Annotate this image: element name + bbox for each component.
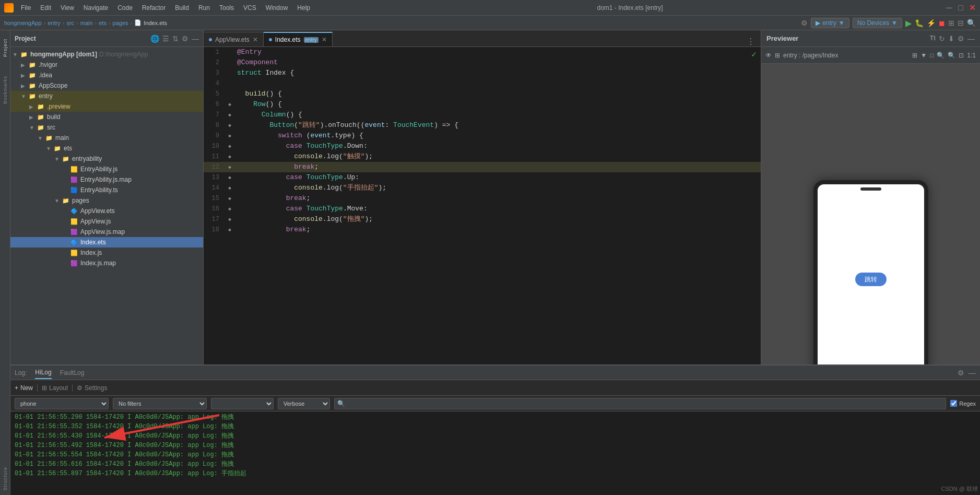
- hide-panel-icon[interactable]: —: [192, 34, 199, 43]
- profile-button[interactable]: ⚡: [927, 19, 936, 27]
- code-line-16: 16 ◆ case TouchType.Move:: [204, 204, 761, 214]
- tab-appview[interactable]: AppView.ets ✕: [204, 32, 264, 46]
- breadcrumb-ets[interactable]: ets: [99, 20, 107, 26]
- index-tab-close[interactable]: ✕: [322, 36, 327, 43]
- previewer-fit-icon[interactable]: ⊡: [959, 52, 964, 59]
- breadcrumb-hongmengApp[interactable]: hongmengApp: [4, 20, 42, 26]
- menu-edit[interactable]: Edit: [36, 3, 55, 13]
- regex-checkbox-container[interactable]: Regex: [950, 400, 976, 407]
- maximize-button[interactable]: □: [957, 4, 964, 11]
- breadcrumb-pages[interactable]: pages: [113, 20, 128, 26]
- index-tab-label: Index.ets: [275, 36, 301, 43]
- device-select[interactable]: phone: [15, 398, 109, 409]
- tree-src[interactable]: ▼ 📁 src: [10, 122, 203, 133]
- menu-view[interactable]: View: [56, 3, 78, 13]
- previewer-zoom-in-icon[interactable]: 🔍: [948, 52, 955, 59]
- menu-tools[interactable]: Tools: [215, 3, 238, 13]
- tree-index-jsmap[interactable]: 🟪 Index.js.map: [10, 258, 203, 268]
- previewer-settings-icon[interactable]: ⚙: [958, 34, 964, 43]
- hilog-tab[interactable]: HiLog: [35, 367, 51, 379]
- log-search-input[interactable]: [334, 398, 946, 409]
- bottom-hide-icon[interactable]: —: [969, 369, 976, 377]
- project-icon[interactable]: Project: [2, 32, 9, 64]
- tree-index-js[interactable]: 🟨 Index.js: [10, 248, 203, 258]
- tree-preview[interactable]: ▶ 📁 .preview: [10, 101, 203, 112]
- tree-index-ets[interactable]: 🔷 Index.ets: [10, 237, 203, 248]
- previewer-layers-icon[interactable]: ⊞: [775, 52, 780, 59]
- previewer-phone-icon[interactable]: □: [930, 52, 934, 59]
- tab-overflow-icon[interactable]: ⋮: [745, 37, 757, 46]
- structure-label-tab[interactable]: Structure: [3, 467, 8, 495]
- tree-entryability-js[interactable]: 🟨 EntryAbility.js: [10, 164, 203, 174]
- menu-refactor[interactable]: Refactor: [138, 3, 170, 13]
- appview-tab-close[interactable]: ✕: [253, 36, 258, 43]
- layout-button[interactable]: ⊞ Layout: [42, 384, 68, 392]
- verbose-select[interactable]: Verbose: [278, 398, 330, 409]
- no-devices-dropdown[interactable]: No Devices ▼: [853, 18, 902, 28]
- run-button[interactable]: ▶: [905, 18, 912, 28]
- filter-select[interactable]: No filters: [113, 398, 207, 409]
- breadcrumb-main[interactable]: main: [80, 20, 93, 26]
- entry-dropdown[interactable]: ▶ entry ▼: [811, 18, 849, 28]
- minimize-button[interactable]: ─: [946, 4, 953, 11]
- menu-help[interactable]: Help: [293, 3, 314, 13]
- previewer-eye-icon[interactable]: 👁: [765, 52, 772, 59]
- breadcrumb-indexets[interactable]: Index.ets: [144, 20, 167, 26]
- search-select[interactable]: [211, 398, 274, 409]
- menu-run[interactable]: Run: [194, 3, 214, 13]
- tree-appview-jsmap[interactable]: 🟪 AppView.js.map: [10, 227, 203, 237]
- menu-navigate[interactable]: Navigate: [79, 3, 112, 13]
- tree-pages[interactable]: ▼ 📁 pages: [10, 195, 203, 206]
- log-content[interactable]: 01-01 21:56:55.290 1584-17420 I A0c0d0/J…: [10, 411, 980, 495]
- tree-build[interactable]: ▶ 📁 build: [10, 112, 203, 122]
- previewer-grid-dropdown[interactable]: ▼: [920, 52, 927, 59]
- sort-icon[interactable]: ⇅: [172, 34, 179, 43]
- collapse-icon[interactable]: ☰: [162, 34, 169, 43]
- tree-idea[interactable]: ▶ 📁 .idea: [10, 70, 203, 80]
- tree-entry[interactable]: ▼ 📁 entry: [10, 91, 203, 101]
- tree-entryability-ts[interactable]: 🟦 EntryAbility.ts: [10, 185, 203, 195]
- debug-button[interactable]: 🐛: [915, 19, 924, 27]
- tree-appscope[interactable]: ▶ 📁 AppScope: [10, 80, 203, 91]
- menu-window[interactable]: Window: [262, 3, 292, 13]
- globe-icon[interactable]: 🌐: [150, 34, 159, 43]
- previewer-zoom-out-icon[interactable]: 🔍: [937, 52, 944, 59]
- previewer-refresh-icon[interactable]: ↻: [939, 34, 945, 43]
- tree-main[interactable]: ▼ 📁 main: [10, 133, 203, 143]
- gear-icon[interactable]: ⚙: [182, 34, 188, 43]
- tab-index[interactable]: Index.ets entry ✕: [264, 32, 333, 46]
- tree-root[interactable]: ▼ 📁 hongmengApp [dom1] D:\hongmengApp: [10, 49, 203, 60]
- search-icon[interactable]: 🔍: [967, 19, 976, 27]
- breadcrumb-entry[interactable]: entry: [48, 20, 60, 26]
- menu-code[interactable]: Code: [113, 3, 137, 13]
- main-folder-icon: 📁: [45, 134, 53, 142]
- tree-appview-js[interactable]: 🟨 AppView.js: [10, 216, 203, 227]
- log-settings-button[interactable]: ⚙ Settings: [77, 384, 107, 392]
- previewer-grid-icon[interactable]: ⊞: [912, 52, 917, 59]
- layout2-button[interactable]: ⊟: [958, 19, 964, 27]
- tree-appview-ets[interactable]: 🔷 AppView.ets: [10, 206, 203, 216]
- breadcrumb-src[interactable]: src: [66, 20, 74, 26]
- close-button[interactable]: ✕: [969, 4, 976, 11]
- previewer-download-icon[interactable]: ⬇: [948, 34, 954, 43]
- tree-entryability-jsmap[interactable]: 🟪 EntryAbility.js.map: [10, 174, 203, 185]
- log-tab[interactable]: Log:: [15, 367, 27, 379]
- bookmark-icon[interactable]: Bookmarks: [2, 74, 9, 105]
- new-button[interactable]: + New: [15, 384, 33, 392]
- stop-button[interactable]: ◼: [939, 19, 945, 27]
- tree-hvigor[interactable]: ▶ 📁 .hvigor: [10, 60, 203, 70]
- menu-build[interactable]: Build: [171, 3, 193, 13]
- previewer-tt-icon[interactable]: Tt: [930, 34, 936, 43]
- tree-entryability[interactable]: ▼ 📁 entryability: [10, 154, 203, 164]
- phone-jump-button[interactable]: 跳转: [855, 273, 887, 286]
- tree-ets[interactable]: ▼ 📁 ets: [10, 143, 203, 154]
- settings-icon[interactable]: ⚙: [801, 19, 808, 27]
- faultlog-tab[interactable]: FaultLog: [60, 367, 85, 379]
- layout-button[interactable]: ⊞: [948, 19, 954, 27]
- menu-file[interactable]: File: [17, 3, 35, 13]
- regex-checkbox[interactable]: [950, 400, 957, 407]
- previewer-hide-icon[interactable]: —: [967, 34, 975, 43]
- no-devices-chevron: ▼: [891, 19, 898, 27]
- menu-vcs[interactable]: VCS: [239, 3, 261, 13]
- bottom-settings-icon[interactable]: ⚙: [958, 369, 964, 377]
